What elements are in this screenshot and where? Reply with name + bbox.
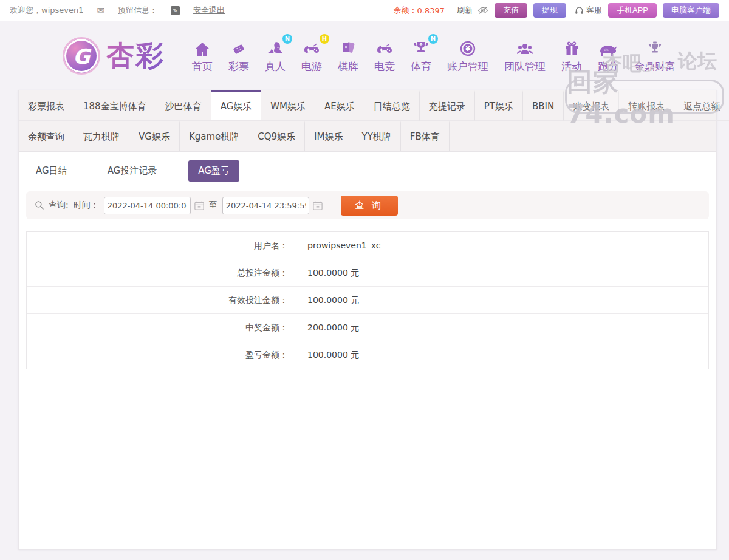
tab-item[interactable]: 瓦力棋牌 [74,121,129,151]
tab-item[interactable]: 188金宝博体育 [74,90,156,121]
pc-client-button[interactable]: 电脑客户端 [663,3,719,18]
nav-item[interactable]: 公江跑分 [598,38,618,73]
query-bar: 查询: 时间： 至 查 询 [26,191,709,219]
headset-icon [575,6,584,15]
nav-item-label: 电游 [301,60,322,73]
nav-item[interactable]: 金鼎财富 [634,38,676,73]
tab-item[interactable]: 日结总览 [364,90,420,121]
to-label: 至 [209,200,217,211]
coin-icon: ¥ [459,38,476,57]
start-datetime-input[interactable] [104,197,191,214]
tab-item[interactable]: FB体育 [401,121,450,151]
nav-item[interactable]: 团队管理 [504,38,546,73]
badge-h: H [320,34,329,44]
svg-text:公江: 公江 [604,48,609,51]
tab-item[interactable]: 余额查询 [19,121,74,151]
query-label: 查询: [49,200,69,211]
time-label: 时间： [74,200,99,211]
table-row: 中奖金额：200.0000 元 [27,314,708,341]
badge-n: N [428,34,438,44]
table-row: 盈亏金额：100.0000 元 [27,341,708,369]
envelope-icon[interactable]: ✉ [97,5,104,16]
row-label: 有效投注金额： [27,287,299,313]
row-value: 100.0000 元 [299,341,708,369]
cup-icon [646,38,663,57]
welcome-text: 欢迎您，wipseven1 [10,5,83,16]
tab-item[interactable]: 账变报表 [564,90,619,121]
tab-item[interactable]: AG娱乐 [211,90,262,121]
table-row: 有效投注金额：100.0000 元 [27,287,708,314]
brand-name: 杏彩 [106,37,165,75]
sub-tab-bar: AG日结AG投注记录AG盈亏 [19,152,716,188]
recharge-button[interactable]: 充值 [495,3,527,18]
logout-link[interactable]: 安全退出 [193,5,225,16]
mobile-app-button[interactable]: 手机APP [608,3,657,18]
tab-item[interactable]: AE娱乐 [315,90,364,121]
customer-service-link[interactable]: 客服 [575,5,602,16]
tab-item[interactable]: 转账报表 [619,90,674,121]
subtab-item[interactable]: AG日结 [27,160,76,182]
nav-item-label: 团队管理 [504,60,546,73]
nav-item[interactable]: N真人 [265,38,286,73]
nav-item[interactable]: ¥账户管理 [447,38,488,73]
badge-n: N [282,34,292,44]
withdraw-button[interactable]: 提现 [533,3,566,18]
calendar-icon[interactable] [313,200,323,211]
reserved-info-label: 预留信息： [118,5,157,16]
end-datetime-input[interactable] [222,197,309,214]
gift-icon [564,38,580,57]
tab-item[interactable]: 返点总额 [674,90,729,121]
logo-badge-icon: G [63,37,100,75]
tab-item[interactable]: PT娱乐 [475,90,523,121]
nav-item[interactable]: 电竞 [374,38,395,73]
tab-strip-row2: 余额查询瓦力棋牌VG娱乐Kgame棋牌CQ9娱乐IM娱乐YY棋牌FB体育 [19,121,716,152]
balance-value: 0.8397 [417,6,445,15]
nav-item[interactable]: 活动 [561,38,582,73]
calendar-icon[interactable] [194,200,204,211]
watermark-right-text: 论坛 [678,48,717,75]
cards-icon [340,38,356,57]
rhino-icon: 公江 [598,38,618,57]
nav-item-label: 电竞 [374,60,395,73]
top-bar: 欢迎您，wipseven1 ✉ 预留信息： ✎ 安全退出 余额： 0.8397 … [0,0,729,21]
nav-item[interactable]: 棋牌 [338,38,358,73]
site-logo[interactable]: G 杏彩 [63,37,165,75]
subtab-item[interactable]: AG投注记录 [99,160,166,182]
nav-item[interactable]: H电游 [301,38,322,73]
row-value: 200.0000 元 [299,314,708,341]
nav-item-label: 金鼎财富 [634,60,676,73]
tab-item[interactable]: Kgame棋牌 [180,121,248,151]
balance-label: 余额： [393,5,417,16]
nav-item[interactable]: 首页 [192,38,213,73]
tab-item[interactable]: IM娱乐 [305,121,352,151]
nav-item-label: 真人 [265,60,286,73]
row-label: 总投注金额： [27,259,299,286]
nav-item[interactable]: 彩票 [228,38,249,73]
subtab-item[interactable]: AG盈亏 [188,160,239,182]
tab-item[interactable]: 彩票报表 [19,90,74,121]
tab-item[interactable]: 充提记录 [420,90,475,121]
nav-item-label: 体育 [411,60,431,73]
edit-icon[interactable]: ✎ [171,6,180,15]
gamepad-icon [375,38,394,57]
nav-item-label: 首页 [192,60,213,73]
nav-item-label: 跑分 [598,60,618,73]
tab-item[interactable]: CQ9娱乐 [248,121,305,151]
row-label: 用户名： [27,232,299,259]
home-icon [194,38,211,57]
eye-off-icon[interactable] [477,6,488,15]
tab-item[interactable]: 沙巴体育 [156,90,211,121]
row-label: 中奖金额： [27,314,299,341]
tab-strip-row1: 彩票报表188金宝博体育沙巴体育AG娱乐WM娱乐AE娱乐日结总览充提记录PT娱乐… [19,90,716,121]
query-submit-button[interactable]: 查 询 [341,196,398,216]
tab-item[interactable]: WM娱乐 [261,90,315,121]
refresh-link[interactable]: 刷新 [457,5,473,16]
nav-item[interactable]: 1N体育 [411,38,431,73]
tab-item[interactable]: BBIN [523,90,564,121]
person-icon: N [267,38,284,57]
trophy-icon: 1N [412,38,430,57]
tab-item[interactable]: VG娱乐 [129,121,180,151]
search-icon [35,200,44,210]
tab-item[interactable]: YY棋牌 [352,121,400,151]
row-value: 100.0000 元 [299,287,708,313]
